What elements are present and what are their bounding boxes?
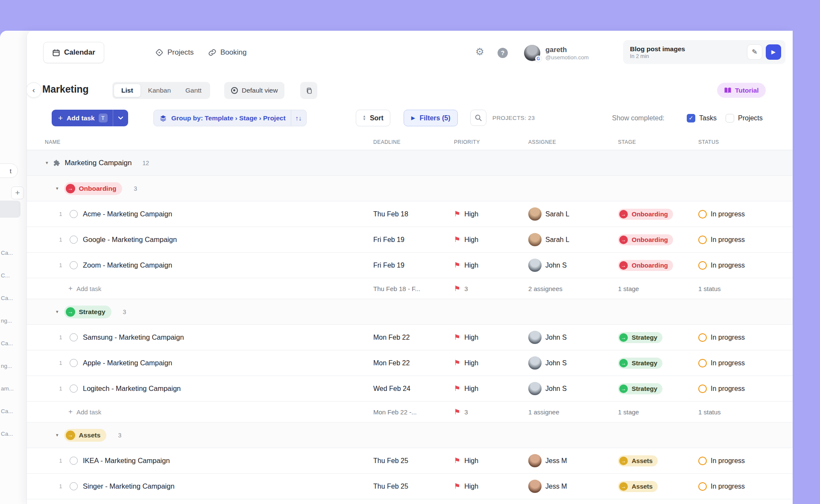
task-row[interactable]: 1Logitech - Marketing CampaignWed Feb 24… <box>27 376 793 402</box>
user-account[interactable]: G gareth @usemotion.com <box>524 45 589 61</box>
show-completed-label: Show completed: <box>612 110 665 126</box>
status-value: In progress <box>711 483 745 490</box>
copy-view-button[interactable] <box>300 82 317 99</box>
task-row[interactable]: 1IKEA - Marketing CampaignThu Feb 25⚑Hig… <box>27 448 793 474</box>
task-row[interactable]: 1Google - Marketing CampaignFri Feb 19⚑H… <box>27 227 793 253</box>
help-icon[interactable]: ? <box>498 48 508 58</box>
collapse-caret-icon[interactable]: ▾ <box>56 432 59 438</box>
stage-badge[interactable]: →Onboarding <box>64 182 123 195</box>
row-number: 1 <box>57 262 64 268</box>
task-row[interactable]: 1Hyundai - Marketing CampaignFri Feb 26⚑… <box>27 499 793 504</box>
deadline-value: Fri Feb 19 <box>373 236 404 244</box>
sidebar-item[interactable]: Ca... <box>1 408 13 414</box>
task-complete-circle[interactable] <box>70 385 78 393</box>
column-deadline: DEADLINE <box>373 139 401 145</box>
stage-badge[interactable]: →Onboarding <box>618 209 673 220</box>
task-row[interactable]: 1Zoom - Marketing CampaignFri Feb 19⚑Hig… <box>27 253 793 278</box>
nav-calendar-button[interactable]: Calendar <box>43 42 104 63</box>
back-button[interactable]: ‹ <box>26 82 41 98</box>
stage-badge[interactable]: →Assets <box>618 481 658 492</box>
sidebar-item[interactable]: ng... <box>1 363 12 369</box>
tab-kanban[interactable]: Kanban <box>141 84 178 97</box>
play-icon: ▶ <box>771 49 776 55</box>
tasks-checkbox[interactable]: ✓ <box>687 114 695 122</box>
sidebar-item[interactable]: Ca... <box>1 340 13 347</box>
add-task-button[interactable]: + Add task T <box>52 110 128 126</box>
tab-gantt[interactable]: Gantt <box>178 84 209 97</box>
stage-group-row[interactable]: ▾→Assets3 <box>27 422 793 448</box>
sidebar-item[interactable]: am... <box>1 385 14 392</box>
task-complete-circle[interactable] <box>70 457 78 465</box>
stage-arrow-icon: → <box>619 333 628 342</box>
pencil-icon: ✎ <box>752 48 757 55</box>
tab-list[interactable]: List <box>114 84 141 97</box>
task-row[interactable]: 1Apple - Marketing CampaignMon Feb 22⚑Hi… <box>27 350 793 376</box>
task-complete-circle[interactable] <box>70 236 78 244</box>
sidebar-item[interactable]: Ca... <box>1 250 13 256</box>
stage-badge[interactable]: →Assets <box>64 429 107 442</box>
add-task-dropdown[interactable] <box>113 116 128 120</box>
task-complete-circle[interactable] <box>70 333 78 341</box>
stage-badge[interactable]: →Strategy <box>618 383 662 394</box>
settings-gear-icon[interactable]: ⚙ <box>475 46 484 58</box>
stage-arrow-icon: → <box>619 210 628 218</box>
search-button[interactable] <box>470 110 486 126</box>
stage-badge[interactable]: →Onboarding <box>618 260 673 271</box>
priority-value: High <box>464 210 478 218</box>
add-task-row[interactable]: +Add taskThu Feb 18 - F...⚑32 assignees1… <box>27 278 793 299</box>
sort-button[interactable]: ▲▼ Sort <box>356 110 390 126</box>
nav-booking[interactable]: Booking <box>208 42 246 63</box>
stage-group-row[interactable]: ▾→Strategy3 <box>27 299 793 325</box>
current-task-title: Blog post images <box>630 45 747 53</box>
priority-flag-icon: ⚑ <box>454 236 460 243</box>
task-complete-circle[interactable] <box>70 210 78 218</box>
task-row[interactable]: 1Acme - Marketing CampaignThu Feb 18⚑Hig… <box>27 201 793 227</box>
filters-button[interactable]: ▶ Filters (5) <box>404 110 458 126</box>
edit-task-button[interactable]: ✎ <box>747 44 762 60</box>
sidebar-active-item[interactable] <box>0 201 20 218</box>
sidebar-add-button[interactable]: + <box>11 186 24 199</box>
start-task-button[interactable]: ▶ <box>766 44 781 60</box>
group-by-control[interactable]: Group by: Template › Stage › Project ↑↓ <box>153 110 307 126</box>
stage-badge[interactable]: →Strategy <box>618 358 662 369</box>
assignee-avatar <box>528 259 542 272</box>
sidebar-item[interactable]: C... <box>1 272 10 279</box>
task-row[interactable]: 1Samsung - Marketing CampaignMon Feb 22⚑… <box>27 325 793 350</box>
stage-badge[interactable]: →Assets <box>618 455 658 466</box>
deadline-value: Thu Feb 18 <box>373 210 408 218</box>
sort-icon: ▲▼ <box>363 115 366 121</box>
tutorial-badge[interactable]: Tutorial <box>717 83 766 98</box>
stage-group-row[interactable]: ▾→Onboarding3 <box>27 176 793 201</box>
show-completed-tasks[interactable]: ✓ Tasks <box>687 110 717 126</box>
eye-icon <box>231 87 238 94</box>
status-value: In progress <box>711 262 745 269</box>
collapse-caret-icon[interactable]: ▾ <box>46 160 48 166</box>
project-group-row[interactable]: ▾Marketing Campaign12 <box>27 150 793 176</box>
sidebar-pill[interactable]: t <box>0 163 18 178</box>
sidebar-item[interactable]: Ca... <box>1 295 13 301</box>
google-badge-icon: G <box>535 55 542 62</box>
task-complete-circle[interactable] <box>70 261 78 269</box>
collapse-caret-icon[interactable]: ▾ <box>56 186 59 191</box>
sidebar-item[interactable]: Ca... <box>1 431 13 437</box>
projects-checkbox[interactable] <box>726 114 734 122</box>
stage-arrow-icon: → <box>619 482 628 491</box>
nav-projects[interactable]: Projects <box>155 42 193 63</box>
task-row[interactable]: 1Singer - Marketing CampaignThu Feb 25⚑H… <box>27 474 793 499</box>
stage-badge[interactable]: →Strategy <box>64 306 111 318</box>
task-complete-circle[interactable] <box>70 359 78 367</box>
task-complete-circle[interactable] <box>70 482 78 490</box>
stage-label: Assets <box>632 457 653 464</box>
sort-direction-icon[interactable]: ↑↓ <box>291 110 306 126</box>
stage-badge[interactable]: →Strategy <box>618 332 662 343</box>
assignee-summary: 1 assignee <box>528 408 559 416</box>
add-task-row[interactable]: +Add taskMon Feb 22 -...⚑31 assignee1 st… <box>27 402 793 422</box>
default-view-selector[interactable]: Default view <box>224 82 284 99</box>
stage-badge[interactable]: →Onboarding <box>618 234 673 245</box>
stage-arrow-icon: → <box>619 385 628 393</box>
show-completed-projects[interactable]: Projects <box>726 110 763 126</box>
sidebar-item[interactable]: ng... <box>1 318 12 324</box>
assignee-name: John S <box>545 262 567 269</box>
collapse-caret-icon[interactable]: ▾ <box>56 309 59 315</box>
stage-label: Assets <box>632 483 653 490</box>
